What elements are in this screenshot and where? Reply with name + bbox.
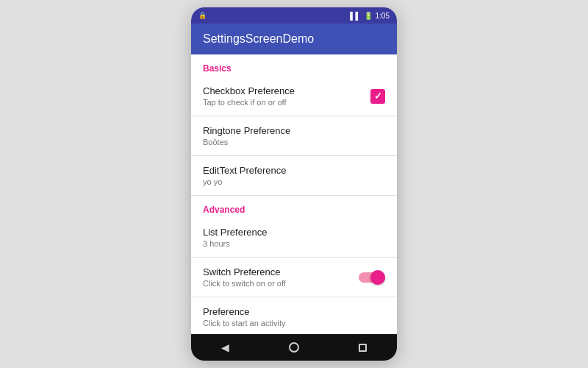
switch-preference-subtitle: Click to switch on or off <box>203 279 359 288</box>
checkbox-preference-title: Checkbox Preference <box>203 85 370 96</box>
app-bar-title: SettingsScreenDemo <box>203 32 314 45</box>
nav-bar: ◀ <box>191 334 397 361</box>
edittext-preference-subtitle: yo yo <box>203 177 385 186</box>
section-header-basics: Basics <box>191 54 397 77</box>
battery-icon: 🔋 <box>364 12 373 20</box>
list-item-ringtone-preference[interactable]: Ringtone Preference Boötes <box>191 116 397 156</box>
list-item-text-edittext: EditText Preference yo yo <box>203 165 385 186</box>
checkbox-preference-subtitle: Tap to check if on or off <box>203 98 370 107</box>
list-item-text-ringtone: Ringtone Preference Boötes <box>203 125 385 146</box>
signal-icon: ▌▌ <box>350 12 360 20</box>
list-item-text-list: List Preference 3 hours <box>203 227 385 248</box>
ringtone-preference-subtitle: Boötes <box>203 138 385 146</box>
nav-recent-button[interactable] <box>359 344 367 352</box>
status-bar-right: ▌▌ 🔋 1:05 <box>350 12 390 20</box>
time-display: 1:05 <box>376 12 390 20</box>
nav-home-button[interactable] <box>289 342 299 353</box>
switch-preference-title: Switch Preference <box>203 266 359 277</box>
status-bar-left: 🔒 <box>198 12 207 19</box>
list-item-text-preference: Preference Click to start an activity <box>203 306 385 328</box>
ringtone-preference-title: Ringtone Preference <box>203 125 385 136</box>
phone-frame: 🔒 ▌▌ 🔋 1:05 SettingsScreenDemo Basics Ch… <box>191 7 397 361</box>
list-preference-subtitle: 3 hours <box>203 239 385 248</box>
nav-back-button[interactable]: ◀ <box>221 342 229 353</box>
list-item-preference[interactable]: Preference Click to start an activity <box>191 297 397 334</box>
list-item-list-preference[interactable]: List Preference 3 hours <box>191 218 397 258</box>
preference-subtitle: Click to start an activity <box>203 319 385 328</box>
switch-toggle[interactable] <box>359 270 385 285</box>
list-item-edittext-preference[interactable]: EditText Preference yo yo <box>191 156 397 196</box>
edittext-preference-title: EditText Preference <box>203 165 385 176</box>
list-item-text-switch: Switch Preference Click to switch on or … <box>203 266 359 288</box>
list-item-switch-preference[interactable]: Switch Preference Click to switch on or … <box>191 258 397 297</box>
toggle-thumb <box>370 270 385 285</box>
checkbox-checked-icon[interactable] <box>370 89 385 104</box>
section-header-advanced: Advanced <box>191 196 397 218</box>
app-bar: SettingsScreenDemo <box>191 24 397 54</box>
preference-title: Preference <box>203 306 385 317</box>
list-preference-title: List Preference <box>203 227 385 238</box>
status-bar: 🔒 ▌▌ 🔋 1:05 <box>191 7 397 24</box>
lock-icon: 🔒 <box>198 12 207 19</box>
list-item-text-checkbox: Checkbox Preference Tap to check if on o… <box>203 85 370 107</box>
list-item-checkbox-preference[interactable]: Checkbox Preference Tap to check if on o… <box>191 77 397 116</box>
content-area: Basics Checkbox Preference Tap to check … <box>191 54 397 334</box>
